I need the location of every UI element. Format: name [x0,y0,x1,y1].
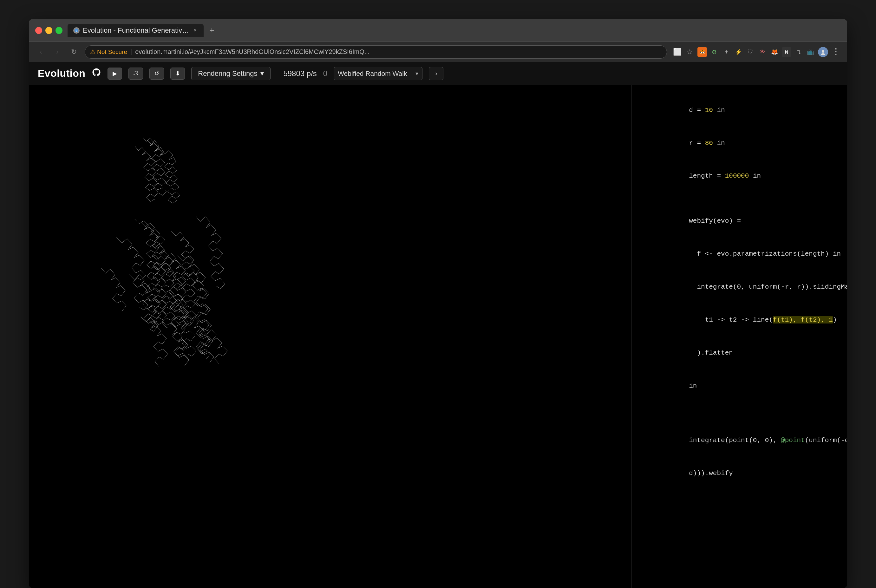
code-line-in: in [641,369,838,402]
chevron-down-icon: ▾ [260,69,264,78]
maximize-button[interactable] [56,27,63,34]
code-block-main: integrate(point(0, 0), @point(uniform(-d… [641,424,838,490]
download-icon: ⬇ [176,70,180,77]
svg-text:e: e [75,29,77,32]
next-icon: › [435,70,437,77]
code-line-r: r = 80 in [641,127,838,160]
separator: | [130,48,132,56]
new-tab-button[interactable]: + [206,25,218,36]
minimize-button[interactable] [45,27,52,34]
url-bar[interactable]: ⚠ Not Secure | evolution.martini.io/#eyJ… [85,45,667,58]
app-content: Evolution ▶ [29,62,847,588]
code-line-length: length = 100000 in [641,160,838,193]
user-avatar[interactable] [818,47,828,57]
screen-icon[interactable]: ⬜ [672,47,682,57]
visualization-canvas [29,85,631,588]
menu-button[interactable]: ⋮ [831,47,841,57]
ext-star-icon[interactable]: ✦ [722,47,731,57]
next-button[interactable]: › [429,67,443,80]
ext-recycle-icon[interactable]: ♻ [710,47,719,57]
rendering-settings-button[interactable]: Rendering Settings ▾ [191,67,270,80]
svg-point-2 [822,50,824,52]
code-spacer-2 [641,405,838,414]
code-line-integrate: integrate(0, uniform(-r, r)).slidingMap( [641,271,838,304]
ext-flash-icon[interactable]: ⚡ [734,47,743,57]
ext-eye-icon[interactable]: 👁 [758,47,767,57]
refresh-button[interactable]: ↻ [68,46,80,58]
ext-arrows-icon[interactable]: ⇅ [794,47,803,57]
ext-fox-icon[interactable]: 🦊 [770,47,779,57]
forward-button[interactable]: › [52,46,63,58]
ext-cat-icon[interactable]: 🐯 [698,47,707,57]
code-block-vars: d = 10 in r = 80 in length = 100000 in [641,94,838,193]
canvas-area [29,85,631,588]
pps-counter: 59803 p/s [283,69,316,78]
shuffle-icon [133,70,139,77]
bookmark-icon[interactable]: ☆ [685,47,695,57]
ext-n-icon[interactable]: N [782,47,791,57]
rendering-settings-label: Rendering Settings [198,69,257,78]
dropdown-arrow-icon: ▾ [416,70,418,77]
reset-icon: ↺ [154,70,159,77]
warning-icon: ⚠ [90,48,96,56]
forward-icon: › [56,48,58,56]
ext-shield-icon[interactable]: 🛡 [746,47,755,57]
shuffle-button[interactable] [129,68,143,80]
code-line-lambda: t1 -> t2 -> line(f(t1), f(t2), 1) [641,304,838,337]
ext-cast-icon[interactable]: 📺 [806,47,815,57]
code-line-d: d = 10 in [641,94,838,127]
tab-title: Evolution - Functional Generativ… [83,26,189,34]
tab-bar: e Evolution - Functional Generativ… × + [68,24,841,37]
download-button[interactable]: ⬇ [170,68,185,80]
main-area: d = 10 in r = 80 in length = 100000 in w… [29,85,847,588]
browser-icons-right: ⬜ ☆ 🐯 ♻ ✦ ⚡ 🛡 👁 🦊 N ⇅ 📺 ⋮ [672,47,841,57]
app-title: Evolution [38,68,86,79]
code-spacer-3 [641,414,838,424]
code-block-webify: webify(evo) = f <- evo.parametrizations(… [641,205,838,403]
code-line-webify-def: webify(evo) = [641,205,838,238]
app-toolbar: Evolution ▶ [29,62,847,85]
url-text: evolution.martini.io/#eyJkcmF3aW5nU3RhdG… [135,48,369,56]
code-line-main-2: d))).webify [641,457,838,490]
tab-favicon: e [73,27,80,34]
play-button[interactable]: ▶ [108,68,122,80]
svg-point-3 [821,53,825,55]
back-icon: ‹ [40,48,42,56]
code-spacer-1 [641,195,838,205]
tab-close-button[interactable]: × [192,28,198,33]
svg-rect-6 [56,85,604,588]
preset-label: Webified Random Walk [338,70,407,77]
reset-button[interactable]: ↺ [149,68,164,80]
code-panel[interactable]: d = 10 in r = 80 in length = 100000 in w… [632,85,847,588]
code-line-f: f <- evo.parametrizations(length) in [641,238,838,271]
back-button[interactable]: ‹ [35,46,46,58]
github-icon[interactable] [92,68,101,79]
preset-dropdown[interactable]: Webified Random Walk ▾ [334,67,423,80]
active-tab[interactable]: e Evolution - Functional Generativ… × [68,24,204,37]
address-bar: ‹ › ↻ ⚠ Not Secure | evolution.martini.i… [29,42,847,62]
code-line-main-1: integrate(point(0, 0), @point(uniform(-d… [641,424,838,457]
zero-counter: 0 [323,69,327,78]
play-icon: ▶ [112,70,117,77]
close-button[interactable] [35,27,42,34]
traffic-lights [35,27,63,34]
browser-window: e Evolution - Functional Generativ… × + … [29,19,847,588]
not-secure-indicator: ⚠ Not Secure [90,48,127,56]
browser-titlebar: e Evolution - Functional Generativ… × + [29,19,847,42]
code-line-flatten: ).flatten [641,336,838,369]
refresh-icon: ↻ [71,48,77,56]
